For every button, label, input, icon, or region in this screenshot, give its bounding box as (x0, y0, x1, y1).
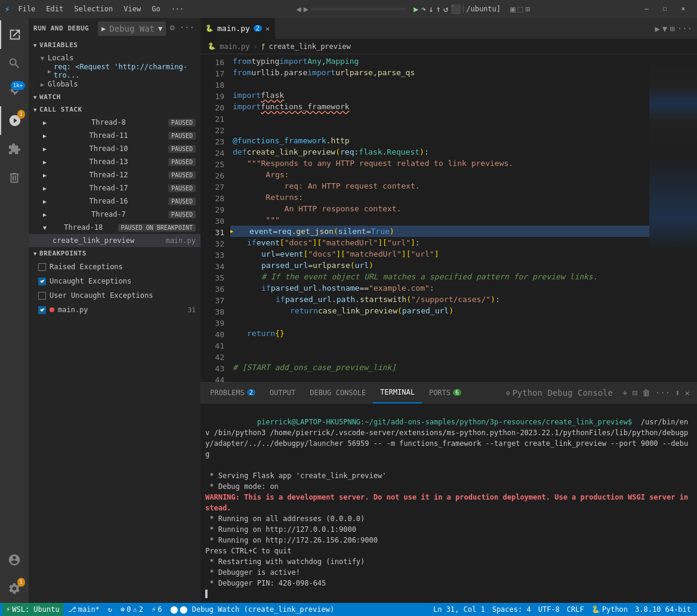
activity-account[interactable] (0, 546, 29, 574)
add-terminal-icon[interactable]: + (622, 388, 627, 398)
section-callstack[interactable]: ▼ CALL STACK (29, 103, 201, 116)
debug-stop[interactable]: ⬛ (451, 4, 461, 14)
status-branch[interactable]: ⎇ main* (64, 603, 103, 616)
more-actions-icon[interactable]: ··· (677, 24, 692, 33)
status-line-ending[interactable]: CRLF (563, 603, 588, 616)
split-terminal-icon[interactable]: ⊟ (632, 388, 637, 398)
bp-uncaught[interactable]: Uncaught Exceptions (29, 274, 201, 288)
thread-13[interactable]: ▶ Thread-13 PAUSED (29, 155, 201, 168)
maximize-button[interactable]: ☐ (656, 0, 674, 18)
layout-btn2[interactable]: ⬚ (517, 4, 522, 14)
panel-maximize-icon[interactable]: ⬆ (675, 388, 680, 398)
minimize-button[interactable]: — (637, 0, 656, 18)
menu-edit[interactable]: Edit (41, 4, 68, 14)
nav-forward[interactable]: ▶ (304, 4, 309, 14)
section-breakpoints[interactable]: ▼ BREAKPOINTS (29, 247, 201, 260)
run-icon[interactable]: ▶ (655, 24, 659, 33)
menu-selection[interactable]: Selection (69, 4, 118, 14)
line-ending-label: CRLF (567, 605, 584, 614)
thread-12[interactable]: ▶ Thread-12 PAUSED (29, 168, 201, 181)
bp-raised[interactable]: Raised Exceptions (29, 260, 201, 274)
bp-main-py-checkbox[interactable] (38, 306, 46, 314)
thread-11[interactable]: ▶ Thread-11 PAUSED (29, 129, 201, 142)
status-language[interactable]: 🐍 Python (588, 603, 631, 616)
close-button[interactable]: ✕ (674, 0, 692, 18)
activity-extensions[interactable] (0, 135, 29, 164)
status-errors[interactable]: ⊗ 0 ⚠ 2 (117, 603, 147, 616)
debug-step-over[interactable]: ↷ (421, 4, 425, 14)
activity-explorer[interactable] (0, 20, 29, 49)
status-version[interactable]: 3.8.10 64-bit (631, 603, 695, 616)
status-remote-count[interactable]: ⚡ 6 (148, 603, 165, 616)
tab-main-py[interactable]: 🐍 main.py 2 ✕ (201, 18, 275, 39)
status-spaces[interactable]: Spaces: 4 (489, 603, 535, 616)
status-encoding[interactable]: UTF-8 (535, 603, 563, 616)
remote-count: 6 (158, 605, 162, 614)
bp-dot (50, 307, 54, 312)
nav-back[interactable]: ◀ (296, 4, 301, 14)
tab-problems[interactable]: PROBLEMS 2 (203, 383, 263, 404)
gear-icon[interactable]: ⚙ (168, 21, 175, 36)
globals-group[interactable]: ▶ Globals (29, 78, 201, 91)
menu-more[interactable]: ··· (166, 4, 189, 14)
split-editor-icon[interactable]: ⊞ (670, 24, 674, 33)
status-position[interactable]: Ln 31, Col 1 (430, 603, 489, 616)
bp-uncaught-checkbox[interactable] (38, 278, 46, 285)
tab-terminal[interactable]: TERMINAL (373, 383, 422, 404)
panel-close-icon[interactable]: ✕ (685, 388, 690, 398)
layout-btn3[interactable]: ⊞ (525, 4, 530, 14)
terminal-line-11: * Debugger PIN: 428-098-645 (205, 578, 692, 589)
panel-tabs: PROBLEMS 2 OUTPUT DEBUG CONSOLE TERMINAL… (201, 383, 697, 404)
terminal-line-10: * Debugger is active! (205, 567, 692, 578)
call-stack-frame[interactable]: create_link_preview main.py (29, 234, 201, 247)
debug-continue[interactable]: ▶ (414, 4, 418, 14)
code-line-38: return case_link_preview(parsed_url) (230, 305, 649, 316)
status-remote[interactable]: ⚡ WSL: Ubuntu (2, 603, 63, 616)
sidebar-header: RUN AND DEBUG ▶ Debug Wat ▼ ⚙ ··· (29, 18, 201, 39)
debug-restart[interactable]: ↺ (443, 4, 448, 14)
bc-fn[interactable]: create_link_preview (269, 42, 350, 51)
activity-source-control[interactable]: 1k+ (0, 78, 29, 106)
menu-view[interactable]: View (119, 4, 146, 14)
activity-bar: 1k+ 1 1 (0, 18, 29, 603)
debug-step-into[interactable]: ↓ (428, 4, 433, 14)
locals-expand: ▼ (41, 55, 44, 61)
bp-raised-checkbox[interactable] (38, 263, 46, 271)
trash-icon[interactable]: 🗑 (642, 388, 650, 398)
activity-flask[interactable] (0, 164, 29, 192)
tab-output[interactable]: OUTPUT (263, 383, 303, 404)
thread-8[interactable]: ▶ Thread-8 PAUSED (29, 116, 201, 129)
debug-dot: ⬤ (170, 605, 178, 614)
thread-11-status: PAUSED (168, 132, 196, 140)
debug-step-out[interactable]: ↑ (436, 4, 440, 14)
code-line-40: return {} (230, 328, 649, 339)
section-watch[interactable]: ▼ WATCH (29, 91, 201, 103)
thread-7[interactable]: ▶ Thread-7 PAUSED (29, 208, 201, 221)
thread-10[interactable]: ▶ Thread-10 PAUSED (29, 142, 201, 155)
activity-settings[interactable]: 1 (0, 574, 29, 603)
thread-16[interactable]: ▶ Thread-16 PAUSED (29, 195, 201, 208)
debug-config-dropdown[interactable]: ▶ Debug Wat ▼ (98, 21, 166, 36)
activity-search[interactable] (0, 49, 29, 78)
bp-user-uncaught[interactable]: User Uncaught Exceptions (29, 288, 201, 303)
bc-file[interactable]: main.py (220, 42, 250, 51)
run-dropdown[interactable]: ▼ (662, 24, 667, 33)
status-debug[interactable]: ⬤ ⬤ Debug Watch (create_link_preview) (166, 603, 338, 616)
menu-go[interactable]: Go (147, 4, 165, 14)
more-icon[interactable]: ··· (178, 21, 196, 36)
panel-more-icon[interactable]: ··· (655, 388, 670, 398)
section-variables[interactable]: ▼ VARIABLES (29, 39, 201, 51)
menu-file[interactable]: File (13, 4, 40, 14)
tab-close-icon[interactable]: ✕ (266, 24, 270, 33)
status-sync[interactable]: ↻ (104, 603, 116, 616)
thread-17[interactable]: ▶ Thread-17 PAUSED (29, 181, 201, 195)
tab-debug-console[interactable]: DEBUG CONSOLE (303, 383, 373, 404)
terminal[interactable]: pierrick@LAPTOP-HKU5PNNG:~/git/add-ons-s… (201, 404, 697, 603)
bp-user-uncaught-checkbox[interactable] (38, 292, 46, 300)
bp-main-py[interactable]: main.py 31 (29, 303, 201, 317)
activity-debug[interactable]: 1 (0, 106, 29, 135)
tab-ports[interactable]: PORTS 6 (422, 383, 468, 404)
warning-icon: ⚠ (133, 605, 137, 614)
thread-18[interactable]: ▼ Thread-18 PAUSED ON BREAKPOINT (29, 221, 201, 234)
layout-btn1[interactable]: ▣ (510, 4, 515, 14)
